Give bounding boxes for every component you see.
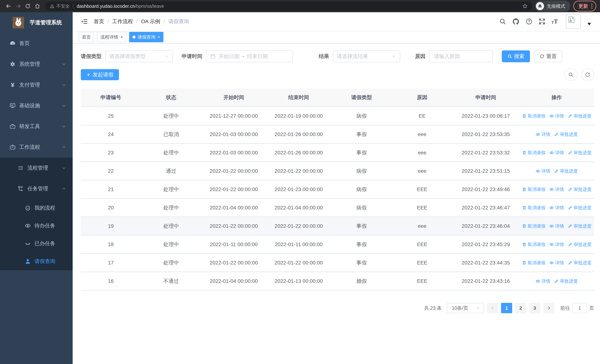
detail-action-link[interactable]: 详情: [549, 260, 564, 266]
fullscreen-icon[interactable]: [538, 18, 545, 25]
sidebar-menu: 首页系统管理¥支付管理基础设施研发工具工作流程流程管理任务管理我的流程待办任务已…: [0, 33, 73, 270]
tab-首页[interactable]: 首页: [79, 32, 94, 42]
cell-id: 25: [81, 113, 141, 119]
avatar[interactable]: [566, 14, 581, 29]
font-size-icon[interactable]: TT: [552, 18, 558, 25]
tab-流程详情[interactable]: 流程详情×: [97, 32, 126, 42]
breadcrumb-item[interactable]: 工作流程: [112, 18, 133, 25]
progress-action-link[interactable]: 审批进度: [568, 242, 591, 247]
create-leave-button[interactable]: 发起请假: [81, 69, 119, 80]
tab-请假查询[interactable]: 请假查询×: [129, 32, 163, 42]
reset-button[interactable]: 重置: [534, 50, 562, 62]
sidebar-item-home[interactable]: 首页: [0, 33, 73, 54]
breadcrumb-item[interactable]: 首页: [94, 18, 104, 25]
sidebar-item-devtools[interactable]: 研发工具: [0, 116, 73, 137]
reload-icon[interactable]: [23, 1, 33, 11]
next-page-button[interactable]: [543, 303, 554, 313]
progress-action-link[interactable]: 审批进度: [568, 187, 591, 192]
detail-action-link[interactable]: 详情: [549, 242, 564, 247]
sidebar-item-infra[interactable]: 基础设施: [0, 95, 73, 116]
progress-action-link[interactable]: 审批进度: [568, 150, 591, 156]
help-icon[interactable]: [525, 18, 533, 25]
detail-action-link[interactable]: 详情: [549, 223, 564, 229]
progress-action-link[interactable]: 审批进度: [554, 168, 578, 174]
progress-action-link[interactable]: 审批进度: [568, 223, 591, 229]
progress-action-link[interactable]: 审批进度: [554, 278, 578, 284]
page-button-2[interactable]: 2: [515, 303, 526, 313]
search-button[interactable]: 搜索: [502, 50, 530, 62]
github-icon[interactable]: [512, 18, 520, 25]
detail-action-link[interactable]: 详情: [549, 150, 564, 156]
sidebar-item-system[interactable]: 系统管理: [0, 54, 73, 75]
sidebar-fold-icon[interactable]: [75, 18, 93, 25]
cancel-action-link[interactable]: 取消请假: [522, 187, 545, 192]
goto-page-input[interactable]: [572, 303, 587, 313]
progress-action-link[interactable]: 审批进度: [568, 260, 591, 266]
cancel-action-link[interactable]: 取消请假: [522, 260, 545, 266]
table-row[interactable]: 25处理中2021-12-27 00:00:002022-01-19 00:00…: [81, 107, 594, 125]
leave-type-select[interactable]: 请选择请假类型: [105, 50, 173, 62]
detail-action-link[interactable]: 详情: [535, 168, 550, 174]
close-icon[interactable]: ×: [158, 35, 160, 39]
update-button[interactable]: 更新: [573, 1, 596, 11]
table-row[interactable]: 17处理中2022-01-22 00:00:002022-01-22 00:00…: [81, 254, 594, 272]
table-row[interactable]: 21处理中2022-01-22 00:00:002022-01-23 00:00…: [81, 180, 594, 199]
back-icon[interactable]: [4, 1, 13, 11]
app-logo[interactable]: 芋道管理系统: [0, 12, 73, 33]
table-row[interactable]: 24已取消2022-01-03 00:00:002022-01-26 00:00…: [81, 125, 594, 144]
address-bar[interactable]: 不安全 dashboard.yudao.iocoder.cn/bpm/oa/le…: [45, 1, 532, 11]
detail-action-link[interactable]: 详情: [549, 205, 564, 211]
cancel-action-link[interactable]: 取消请假: [522, 150, 545, 156]
sidebar-item-my-process[interactable]: 我的流程: [0, 199, 73, 217]
sidebar-item-leave-query[interactable]: 请假查询: [0, 252, 73, 270]
progress-action-link[interactable]: 审批进度: [568, 205, 591, 211]
close-icon[interactable]: ×: [121, 35, 123, 39]
sidebar-item-task-mgmt[interactable]: 任务管理: [0, 178, 73, 199]
page-size-select[interactable]: 10条/页: [447, 303, 484, 313]
page-button-3[interactable]: 3: [529, 303, 540, 313]
sidebar-item-payment[interactable]: ¥支付管理: [0, 75, 73, 95]
reason-input[interactable]: [429, 50, 493, 62]
bookmark-icon[interactable]: [522, 3, 528, 9]
detail-action-link[interactable]: 详情: [535, 131, 550, 137]
toggle-search-button[interactable]: [564, 68, 577, 81]
detail-action-link[interactable]: 详情: [549, 187, 564, 192]
table-row[interactable]: 19处理中2022-01-22 00:00:002022-01-22 00:00…: [81, 217, 594, 235]
cell-applied: 2022-01-22 23:51:15: [452, 168, 519, 174]
sidebar-item-done-tasks[interactable]: 已办任务: [0, 235, 73, 252]
view-icon: [549, 205, 554, 210]
refresh-table-button[interactable]: [581, 68, 594, 81]
prev-page-button[interactable]: [487, 303, 498, 313]
forward-icon[interactable]: [13, 1, 23, 11]
result-select[interactable]: 请选择流结果: [333, 50, 400, 62]
table-row[interactable]: 20处理中2022-01-04 00:00:002022-01-04 00:00…: [81, 199, 594, 217]
url-text[interactable]: dashboard.yudao.iocoder.cn/bpm/oa/leave: [77, 3, 164, 9]
home-icon[interactable]: [33, 1, 42, 11]
sidebar-item-process-mgmt[interactable]: 流程管理: [0, 158, 73, 178]
cell-status: 处理中: [141, 223, 201, 230]
caret-down-icon[interactable]: [587, 23, 591, 25]
leave-table: 申请编号状态开始时间结束时间请假类型原因申请时间操作25处理中2021-12-2…: [81, 89, 594, 291]
table-row[interactable]: 23处理中2022-01-03 00:00:002022-01-26 00:00…: [81, 144, 594, 162]
search-icon[interactable]: [499, 18, 506, 25]
cancel-action-link[interactable]: 取消请假: [522, 242, 545, 247]
page-button-1[interactable]: 1: [501, 303, 512, 313]
progress-action-link[interactable]: 审批进度: [554, 131, 578, 137]
progress-action-link[interactable]: 审批进度: [568, 113, 591, 119]
sidebar-item-todo-tasks[interactable]: 待办任务: [0, 217, 73, 235]
detail-action-link[interactable]: 详情: [535, 278, 550, 284]
breadcrumb-item[interactable]: OA 示例: [141, 18, 160, 25]
search-icon: [507, 54, 512, 59]
edit-icon: [554, 169, 559, 173]
browser-menu-icon[interactable]: [591, 4, 592, 9]
table-row[interactable]: 18处理中2022-01-11 00:00:002022-01-11 00:00…: [81, 235, 594, 254]
security-label: 不安全: [56, 3, 70, 9]
sidebar-item-workflow[interactable]: 工作流程: [0, 137, 73, 158]
cancel-action-link[interactable]: 取消请假: [522, 113, 545, 119]
cancel-action-link[interactable]: 取消请假: [522, 205, 545, 211]
table-row[interactable]: 16不通过2022-01-04 00:00:002022-01-13 00:00…: [81, 272, 594, 291]
table-row[interactable]: 22通过2022-01-22 00:00:002022-01-22 00:00:…: [81, 162, 594, 180]
cancel-action-link[interactable]: 取消请假: [522, 223, 545, 229]
apply-time-range-picker[interactable]: 开始日期 - 结束日期: [206, 50, 293, 62]
detail-action-link[interactable]: 详情: [549, 113, 564, 119]
